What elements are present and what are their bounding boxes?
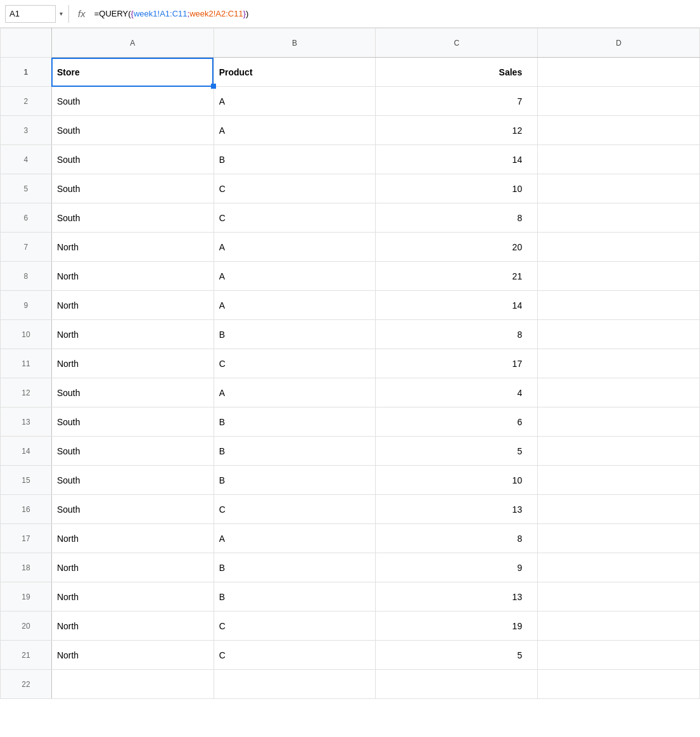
cell-col-b[interactable]: A [213,116,376,145]
cell-col-c[interactable]: 13 [376,495,538,524]
cell-col-b[interactable]: B [213,407,376,437]
cell-col-c[interactable]: 12 [376,116,538,145]
cell-col-a[interactable]: North [51,320,213,349]
cell-col-a[interactable]: South [51,378,213,407]
cell-col-a[interactable]: Store [51,58,213,87]
cell-col-c[interactable]: 20 [376,233,538,262]
cell-col-d[interactable] [538,233,700,262]
cell-col-a[interactable]: North [51,349,213,378]
cell-col-a[interactable]: North [51,233,213,262]
cell-col-d[interactable] [538,291,700,320]
cell-col-b[interactable]: C [213,612,376,641]
cell-col-a[interactable]: North [51,524,213,553]
cell-col-a[interactable]: North [51,262,213,291]
cell-col-b[interactable]: B [213,553,376,582]
cell-col-d[interactable] [538,437,700,466]
cell-col-d[interactable] [538,174,700,203]
cell-col-c[interactable] [376,670,538,699]
cell-col-d[interactable] [538,320,700,349]
cell-col-b[interactable]: A [213,233,376,262]
cell-col-c[interactable]: 13 [376,582,538,612]
fill-handle[interactable] [211,84,216,89]
cell-col-b[interactable]: A [213,524,376,553]
cell-col-c[interactable]: 17 [376,349,538,378]
cell-col-b[interactable]: A [213,87,376,116]
cell-col-d[interactable] [538,58,700,87]
cell-col-c[interactable]: 10 [376,466,538,495]
cell-col-c[interactable]: 5 [376,641,538,670]
cell-col-a[interactable]: South [51,174,213,203]
cell-col-c[interactable]: 5 [376,437,538,466]
cell-col-c[interactable]: 21 [376,262,538,291]
cell-col-a[interactable]: South [51,437,213,466]
cell-col-c[interactable]: 19 [376,612,538,641]
cell-col-c[interactable]: 6 [376,407,538,437]
cell-col-b[interactable]: Product [213,58,376,87]
col-header-c[interactable]: C [376,29,538,58]
row-number: 20 [1,612,52,641]
row-number: 14 [1,437,52,466]
cell-col-b[interactable]: C [213,349,376,378]
cell-col-d[interactable] [538,582,700,612]
cell-col-b[interactable]: B [213,466,376,495]
cell-col-c[interactable]: 8 [376,320,538,349]
cell-col-a[interactable]: South [51,145,213,174]
cell-col-a[interactable]: North [51,291,213,320]
cell-col-b[interactable]: A [213,262,376,291]
cell-col-b[interactable]: B [213,320,376,349]
cell-col-b[interactable]: C [213,203,376,233]
cell-col-a[interactable]: South [51,466,213,495]
cell-col-a[interactable] [51,670,213,699]
cell-col-b[interactable]: B [213,582,376,612]
col-header-d[interactable]: D [538,29,700,58]
cell-col-d[interactable] [538,116,700,145]
formula-display[interactable]: =QUERY({week1!A1:C11;week2!A2:C11}) [92,5,695,23]
cell-col-d[interactable] [538,466,700,495]
cell-col-c[interactable]: 14 [376,145,538,174]
col-header-b[interactable]: B [213,29,376,58]
cell-col-b[interactable]: A [213,291,376,320]
cell-col-d[interactable] [538,407,700,437]
cell-col-a[interactable]: North [51,553,213,582]
cell-col-d[interactable] [538,641,700,670]
cell-col-d[interactable] [538,378,700,407]
cell-col-a[interactable]: South [51,116,213,145]
cell-col-b[interactable]: C [213,495,376,524]
cell-col-c[interactable]: 14 [376,291,538,320]
cell-col-b[interactable]: C [213,174,376,203]
cell-col-d[interactable] [538,87,700,116]
cell-col-b[interactable]: B [213,145,376,174]
cell-col-d[interactable] [538,495,700,524]
table-row: 22 [1,670,700,699]
row-number: 17 [1,524,52,553]
cell-col-c[interactable]: 9 [376,553,538,582]
cell-col-a[interactable]: North [51,612,213,641]
cell-col-d[interactable] [538,612,700,641]
cell-col-d[interactable] [538,553,700,582]
cell-col-b[interactable]: A [213,378,376,407]
cell-col-a[interactable]: South [51,407,213,437]
cell-col-d[interactable] [538,262,700,291]
cell-col-c[interactable]: Sales [376,58,538,87]
cell-col-a[interactable]: South [51,87,213,116]
cell-col-c[interactable]: 7 [376,87,538,116]
cell-col-b[interactable]: C [213,641,376,670]
cell-col-d[interactable] [538,524,700,553]
cell-col-a[interactable]: South [51,495,213,524]
cell-col-a[interactable]: North [51,582,213,612]
cell-col-c[interactable]: 4 [376,378,538,407]
col-header-a[interactable]: A [51,29,213,58]
cell-col-b[interactable]: B [213,437,376,466]
cell-col-d[interactable] [538,670,700,699]
cell-col-a[interactable]: South [51,203,213,233]
cell-col-d[interactable] [538,349,700,378]
cell-col-d[interactable] [538,203,700,233]
cell-ref-dropdown[interactable]: ▾ [56,10,66,17]
cell-reference-box[interactable]: A1 [5,5,56,23]
cell-col-c[interactable]: 10 [376,174,538,203]
cell-col-d[interactable] [538,145,700,174]
cell-col-b[interactable] [213,670,376,699]
cell-col-a[interactable]: North [51,641,213,670]
cell-col-c[interactable]: 8 [376,203,538,233]
cell-col-c[interactable]: 8 [376,524,538,553]
